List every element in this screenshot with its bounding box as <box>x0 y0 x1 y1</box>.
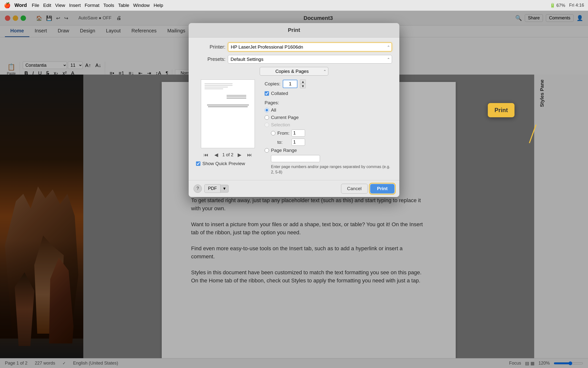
menu-edit[interactable]: Edit <box>43 3 51 8</box>
time-display: Fri 4:16 <box>569 3 584 8</box>
prev-page-button[interactable]: ◀ <box>213 151 220 158</box>
first-page-button[interactable]: ⏮ <box>202 151 210 158</box>
printer-select-wrapper: HP LaserJet Professional P1606dn ⌃ <box>228 42 392 52</box>
menu-file[interactable]: File <box>32 3 39 8</box>
pages-range-radio[interactable] <box>265 148 269 153</box>
printer-label: Printer: <box>196 44 225 50</box>
printer-select[interactable]: HP LaserJet Professional P1606dn <box>228 42 392 52</box>
page-indicator: 1 of 2 <box>222 152 233 158</box>
cancel-button[interactable]: Cancel <box>341 184 368 194</box>
menu-insert[interactable]: Insert <box>69 3 81 8</box>
pages-section: Pages: All Current Page <box>265 100 392 175</box>
next-page-button[interactable]: ▶ <box>236 151 243 158</box>
print-callout: Print <box>488 103 514 117</box>
callout-label: Print <box>494 107 508 113</box>
page-range-input[interactable] <box>271 155 320 162</box>
mac-menu-bar: 🍎 Word File Edit View Insert Format Tool… <box>0 0 588 11</box>
copies-row: Copies: ▲ ▼ <box>265 79 392 88</box>
menu-help[interactable]: Help <box>154 3 163 8</box>
menu-table[interactable]: Table <box>118 3 129 8</box>
copies-pages-select[interactable]: Copies & Pages <box>260 67 328 76</box>
print-dialog: Print Printer: HP LaserJet Professional … <box>189 23 399 197</box>
copies-label: Copies: <box>265 81 280 87</box>
copies-decrement-button[interactable]: ▼ <box>300 84 306 88</box>
pages-current-row: Current Page <box>265 115 392 120</box>
to-input[interactable] <box>292 139 305 146</box>
pdf-dropdown-arrow[interactable]: ▼ <box>220 185 229 193</box>
help-button[interactable]: ? <box>194 184 202 193</box>
presets-label: Presets: <box>196 56 225 62</box>
apple-menu[interactable]: 🍎 <box>4 2 11 9</box>
pdf-button[interactable]: PDF <box>204 184 220 193</box>
print-dialog-title: Print <box>189 23 399 38</box>
pages-selection-radio[interactable] <box>265 123 269 127</box>
pdf-dropdown: PDF ▼ <box>204 184 229 193</box>
pages-all-label: All <box>271 107 276 113</box>
from-label: From: <box>277 131 290 136</box>
copies-increment-button[interactable]: ▲ <box>300 79 306 84</box>
print-two-col: ⏮ ◀ 1 of 2 ▶ ⏭ Show Quick Preview <box>196 79 392 175</box>
quick-preview-checkbox[interactable] <box>196 161 200 166</box>
menu-view[interactable]: View <box>55 3 65 8</box>
pages-from-row: From: <box>271 130 392 137</box>
pages-selection-row: Selection <box>265 122 392 128</box>
pages-title: Pages: <box>265 100 392 105</box>
copies-pages-select-wrapper: Copies & Pages ⌃ <box>260 67 328 76</box>
print-dialog-overlay: Print Printer: HP LaserJet Professional … <box>0 11 588 368</box>
status-icons: 🔋 67% <box>550 3 565 8</box>
pages-to-row: to: <box>271 139 392 146</box>
print-options-column: Copies: ▲ ▼ Collated <box>265 79 392 175</box>
pages-all-radio[interactable] <box>265 108 269 112</box>
quick-preview-label: Show Quick Preview <box>202 161 245 166</box>
copies-pages-section: Copies & Pages ⌃ <box>196 67 392 175</box>
last-page-button[interactable]: ⏭ <box>245 151 254 158</box>
page-range-hint: Enter page numbers and/or page ranges se… <box>271 164 392 175</box>
collated-row: Collated <box>265 91 392 96</box>
print-preview-column: ⏮ ◀ 1 of 2 ▶ ⏭ Show Quick Preview <box>196 79 260 175</box>
menu-tools[interactable]: Tools <box>103 3 114 8</box>
collated-checkbox[interactable] <box>265 91 269 96</box>
quick-preview-row: Show Quick Preview <box>196 161 260 166</box>
collated-label: Collated <box>271 91 288 96</box>
presets-row: Presets: Default Settings ⌃ <box>196 55 392 64</box>
print-preview-thumbnail <box>201 79 255 148</box>
copies-input[interactable] <box>283 80 297 88</box>
menu-format[interactable]: Format <box>85 3 99 8</box>
pages-all-row: All <box>265 107 392 113</box>
pages-current-label: Current Page <box>271 115 299 120</box>
page-range-label: Page Range <box>271 148 297 153</box>
print-navigation: ⏮ ◀ 1 of 2 ▶ ⏭ <box>196 151 260 158</box>
to-label: to: <box>277 140 290 145</box>
presets-select[interactable]: Default Settings <box>228 55 392 64</box>
pages-current-radio[interactable] <box>265 115 269 120</box>
from-input[interactable] <box>292 130 305 137</box>
presets-select-wrapper: Default Settings ⌃ <box>228 55 392 64</box>
print-dialog-bottom: ? PDF ▼ Cancel Print <box>189 180 399 197</box>
print-button[interactable]: Print <box>370 184 394 193</box>
menu-window[interactable]: Window <box>133 3 150 8</box>
copies-stepper: ▲ ▼ <box>300 79 306 88</box>
app-name: Word <box>14 2 27 8</box>
pages-range-row: Page Range <box>265 148 392 153</box>
pages-from-radio[interactable] <box>271 131 275 135</box>
pages-selection-label: Selection <box>271 122 290 128</box>
printer-row: Printer: HP LaserJet Professional P1606d… <box>196 42 392 52</box>
